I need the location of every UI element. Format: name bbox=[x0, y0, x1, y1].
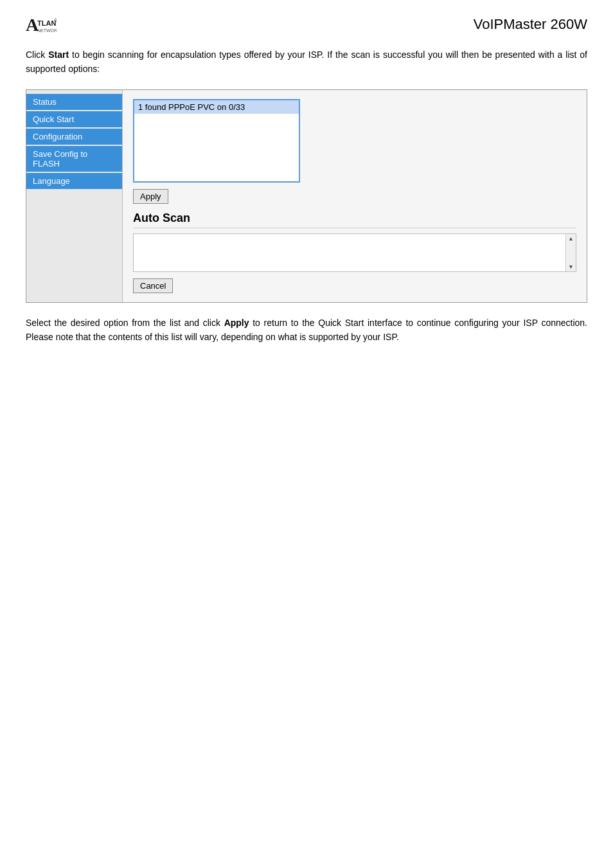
page-header: A TLANTIS NETWORK ® VoIPMaster 260W bbox=[26, 13, 587, 36]
svg-text:®: ® bbox=[54, 18, 57, 23]
atlantis-logo-icon: A TLANTIS NETWORK ® bbox=[26, 13, 57, 36]
sidebar-item-configuration[interactable]: Configuration bbox=[26, 129, 122, 145]
results-listbox[interactable]: 1 found PPPoE PVC on 0/33 bbox=[133, 99, 300, 183]
listbox-item[interactable]: 1 found PPPoE PVC on 0/33 bbox=[134, 100, 299, 114]
product-title: VoIPMaster 260W bbox=[474, 16, 587, 33]
ui-box: Status Quick Start Configuration Save Co… bbox=[26, 89, 587, 303]
apply-button[interactable]: Apply bbox=[133, 189, 168, 204]
svg-text:NETWORK: NETWORK bbox=[37, 28, 57, 33]
outro-paragraph: Select the desired option from the list … bbox=[26, 316, 587, 345]
cancel-button[interactable]: Cancel bbox=[133, 278, 173, 293]
outro-text-before-apply: Select the desired option from the list … bbox=[26, 318, 224, 328]
sidebar-item-language[interactable]: Language bbox=[26, 173, 122, 189]
scan-progress-box: ▲ ▼ bbox=[133, 233, 576, 272]
intro-text-before-start: Click bbox=[26, 50, 48, 60]
sidebar-item-quick-start[interactable]: Quick Start bbox=[26, 111, 122, 127]
scan-scrollbar[interactable]: ▲ ▼ bbox=[565, 234, 576, 271]
auto-scan-title: Auto Scan bbox=[133, 212, 576, 228]
sidebar-item-save-config[interactable]: Save Config to FLASH bbox=[26, 146, 122, 172]
sidebar: Status Quick Start Configuration Save Co… bbox=[26, 90, 123, 302]
intro-start-bold: Start bbox=[48, 50, 69, 60]
scroll-down-arrow[interactable]: ▼ bbox=[568, 264, 574, 270]
logo: A TLANTIS NETWORK ® bbox=[26, 13, 57, 36]
sidebar-item-status[interactable]: Status bbox=[26, 94, 122, 110]
intro-paragraph: Click Start to begin scanning for encaps… bbox=[26, 48, 587, 77]
main-content: 1 found PPPoE PVC on 0/33 Apply Auto Sca… bbox=[123, 90, 587, 302]
outro-apply-bold: Apply bbox=[224, 318, 249, 328]
scroll-up-arrow[interactable]: ▲ bbox=[568, 235, 574, 242]
intro-text-after-start: to begin scanning for encapsulation type… bbox=[26, 50, 587, 74]
